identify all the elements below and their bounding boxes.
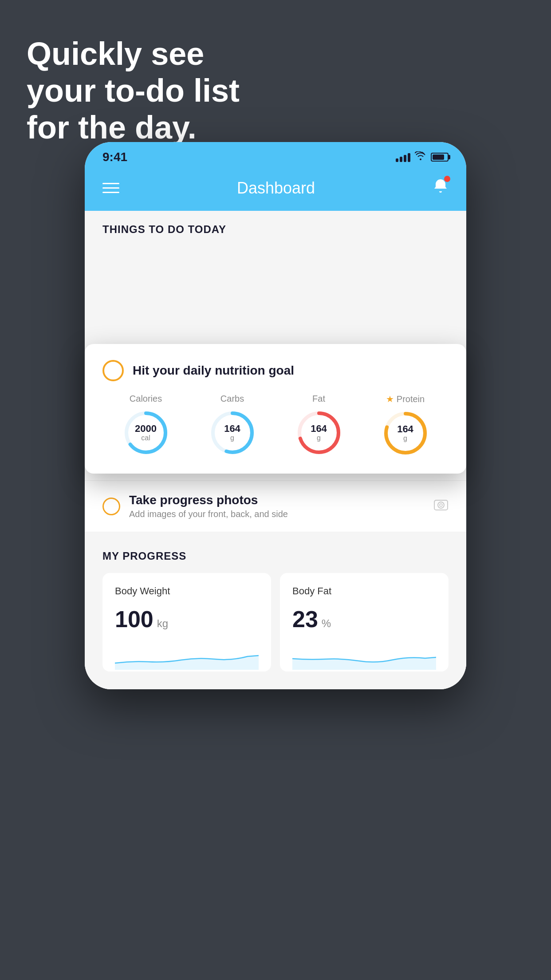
carbs-donut: 164 g bbox=[208, 408, 257, 457]
section-header: THINGS TO DO TODAY bbox=[85, 211, 466, 243]
notification-dot bbox=[444, 176, 450, 182]
nutrition-label: Hit your daily nutrition goal bbox=[133, 364, 294, 378]
fat-unit: g bbox=[311, 434, 327, 442]
calories-donut: 2000 cal bbox=[122, 408, 170, 457]
fat-label: Fat bbox=[312, 394, 325, 404]
fat-value: 164 bbox=[311, 423, 327, 434]
body-weight-value: 100 bbox=[115, 606, 153, 632]
wifi-icon bbox=[415, 151, 426, 163]
carbs-unit: g bbox=[224, 434, 240, 442]
svg-point-5 bbox=[438, 502, 444, 508]
app-header: Dashboard bbox=[85, 169, 466, 211]
fat-item: Fat 164 g bbox=[295, 394, 343, 457]
svg-point-6 bbox=[440, 504, 442, 506]
menu-button[interactable] bbox=[102, 183, 119, 193]
protein-value: 164 bbox=[397, 424, 413, 435]
progress-title: MY PROGRESS bbox=[102, 550, 449, 562]
battery-icon bbox=[431, 153, 449, 162]
photos-title: Take progress photos bbox=[129, 493, 425, 507]
todo-item-photos[interactable]: Take progress photos Add images of your … bbox=[85, 481, 466, 532]
headline: Quickly see your to-do list for the day. bbox=[27, 36, 240, 146]
body-weight-card[interactable]: Body Weight 100 kg bbox=[102, 573, 271, 672]
protein-donut: 164 g bbox=[381, 409, 430, 458]
nutrition-card: Hit your daily nutrition goal Calories 2… bbox=[85, 344, 466, 474]
things-to-do-title: THINGS TO DO TODAY bbox=[102, 223, 226, 235]
nutrition-row: Calories 2000 cal Carbs bbox=[102, 394, 449, 458]
photos-check[interactable] bbox=[102, 498, 120, 515]
headline-line2: your to-do list bbox=[27, 72, 240, 109]
headline-line3: for the day. bbox=[27, 109, 240, 146]
protein-unit: g bbox=[397, 435, 413, 443]
calories-value: 2000 bbox=[135, 423, 157, 434]
calories-item: Calories 2000 cal bbox=[122, 394, 170, 457]
nutrition-check[interactable] bbox=[102, 360, 124, 381]
notification-button[interactable] bbox=[433, 178, 449, 198]
carbs-item: Carbs 164 g bbox=[208, 394, 257, 457]
signal-icon bbox=[396, 152, 410, 162]
body-fat-value: 23 bbox=[292, 606, 318, 632]
body-weight-unit: kg bbox=[157, 617, 168, 630]
body-fat-card-title: Body Fat bbox=[292, 585, 436, 597]
body-weight-card-title: Body Weight bbox=[115, 585, 259, 597]
photos-subtitle: Add images of your front, back, and side bbox=[129, 509, 425, 519]
star-icon: ★ bbox=[386, 394, 394, 404]
body-fat-card[interactable]: Body Fat 23 % bbox=[280, 573, 449, 672]
status-bar: 9:41 bbox=[85, 142, 466, 169]
carbs-value: 164 bbox=[224, 423, 240, 434]
protein-label: ★ Protein bbox=[386, 394, 425, 404]
status-icons bbox=[396, 151, 449, 163]
progress-cards: Body Weight 100 kg Body Fat bbox=[102, 573, 449, 672]
body-fat-unit: % bbox=[322, 617, 331, 630]
photos-icon bbox=[433, 497, 449, 516]
calories-label: Calories bbox=[130, 394, 162, 404]
calories-unit: cal bbox=[135, 434, 157, 442]
progress-section: MY PROGRESS Body Weight 100 kg bbox=[85, 532, 466, 672]
fat-donut: 164 g bbox=[295, 408, 343, 457]
headline-line1: Quickly see bbox=[27, 36, 240, 72]
protein-item: ★ Protein 164 g bbox=[381, 394, 430, 458]
carbs-label: Carbs bbox=[220, 394, 244, 404]
status-time: 9:41 bbox=[102, 150, 127, 164]
body-fat-sparkline bbox=[292, 643, 436, 670]
body-weight-sparkline bbox=[115, 643, 259, 670]
header-title: Dashboard bbox=[237, 179, 315, 198]
